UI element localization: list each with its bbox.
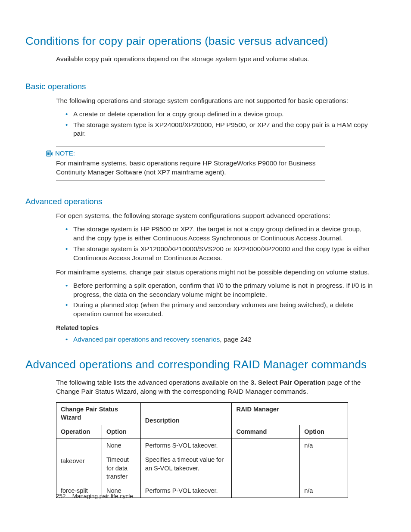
heading-advanced-raid-commands: Advanced operations and corresponding RA… — [25, 357, 411, 372]
list-item: Before performing a split operation, con… — [65, 281, 373, 299]
cell-description: Performs P-VOL takeover. — [140, 484, 232, 498]
th-change-pair-wizard: Change Pair Status Wizard — [56, 402, 141, 425]
list-item: The storage system type is XP24000/XP200… — [65, 121, 373, 139]
cell-raid-option: n/a — [300, 484, 348, 498]
list-item: The storage system is HP P9500 or XP7, t… — [65, 225, 373, 243]
related-suffix: , page 242 — [220, 336, 251, 343]
text-span: The following table lists the advanced o… — [56, 379, 251, 386]
cell-command — [232, 439, 300, 484]
note-label: NOTE: — [55, 149, 75, 158]
th-option: Option — [102, 425, 140, 439]
list-item: A create or delete operation for a copy … — [65, 110, 373, 119]
footer-chapter-title: Managing pair life cycle — [72, 493, 133, 499]
cell-raid-option: n/a — [300, 439, 348, 453]
cell-raid-option — [300, 453, 348, 484]
page-footer: 252 Managing pair life cycle — [56, 492, 133, 500]
heading-advanced-operations: Advanced operations — [25, 196, 411, 207]
cell-command — [232, 484, 300, 498]
related-topics-list: Advanced pair operations and recovery sc… — [65, 335, 373, 344]
cell-operation: takeover — [56, 439, 102, 484]
note-body: For mainframe systems, basic operations … — [56, 159, 325, 177]
list-item: The storage system is XP12000/XP10000/SV… — [65, 245, 373, 263]
page-number: 252 — [56, 492, 71, 500]
basic-bullet-list: A create or delete operation for a copy … — [65, 110, 373, 139]
related-topics-label: Related topics — [56, 324, 411, 333]
cell-option: None — [102, 439, 140, 453]
commands-table: Change Pair Status Wizard Description RA… — [56, 402, 348, 498]
list-item: Advanced pair operations and recovery sc… — [65, 335, 373, 344]
cell-option: Timeout for data trans­fer — [102, 453, 140, 484]
th-operation: Operation — [56, 425, 102, 439]
list-item: During a planned stop (when the primary … — [65, 301, 373, 319]
th-description: Description — [140, 402, 232, 439]
related-link[interactable]: Advanced pair operations and recovery sc… — [73, 336, 220, 343]
heading-basic-operations: Basic operations — [25, 81, 411, 92]
cell-description: Specifies a timeout value for an S-VOL t… — [140, 453, 232, 484]
table-row: takeover None Performs S-VOL takeover. n… — [56, 439, 348, 453]
th-raid-manager: RAID Manager — [232, 402, 348, 425]
cell-description: Performs S-VOL takeover. — [140, 439, 232, 453]
note-icon — [46, 150, 53, 157]
document-page: Conditions for copy pair operations (bas… — [0, 0, 411, 532]
th-raid-option: Option — [300, 425, 348, 439]
heading-conditions: Conditions for copy pair operations (bas… — [25, 34, 411, 49]
advanced-bullet-list-a: The storage system is HP P9500 or XP7, t… — [65, 225, 373, 263]
bold-span: 3. Select Pair Operation — [251, 379, 326, 386]
commands-intro: The following table lists the advanced o… — [56, 378, 373, 396]
intro-paragraph: Available copy pair operations depend on… — [56, 55, 373, 64]
advanced-mainframe-para: For mainframe systems, change pair statu… — [56, 268, 373, 277]
basic-intro: The following operations and storage sys… — [56, 96, 373, 106]
th-command: Command — [232, 425, 300, 439]
advanced-bullet-list-b: Before performing a split operation, con… — [65, 281, 373, 319]
advanced-intro: For open systems, the following storage … — [56, 212, 373, 221]
note-block: NOTE: For mainframe systems, basic opera… — [56, 146, 325, 180]
